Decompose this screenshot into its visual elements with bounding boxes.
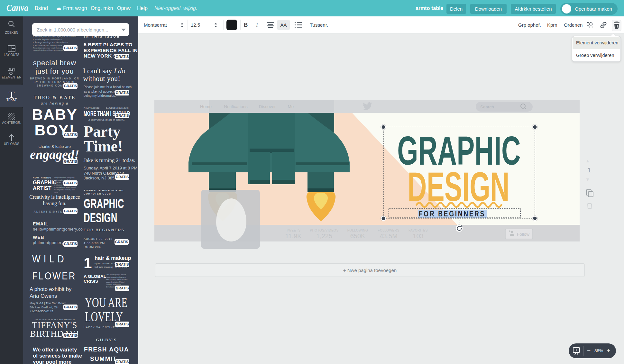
svg-text:Follow: Follow — [517, 232, 529, 237]
svg-text:FOR BEGINNERS: FOR BEGINNERS — [419, 210, 485, 218]
svg-text:FOLLOWING: FOLLOWING — [347, 229, 368, 232]
svg-text:1,225: 1,225 — [316, 232, 332, 240]
svg-text:43.5M: 43.5M — [380, 232, 398, 240]
svg-text:Notifications: Notifications — [224, 104, 248, 109]
svg-text:Home: Home — [200, 104, 212, 109]
svg-text:650K: 650K — [350, 232, 365, 240]
svg-text:Me: Me — [288, 104, 294, 109]
svg-text:103: 103 — [413, 232, 423, 240]
svg-text:11.9K: 11.9K — [285, 232, 302, 240]
svg-text:FOLLOWERS: FOLLOWERS — [378, 229, 399, 232]
svg-text:FAVORITES: FAVORITES — [408, 229, 428, 232]
svg-text:TWEETS: TWEETS — [286, 229, 301, 232]
svg-text:Discover: Discover — [259, 104, 276, 109]
svg-text:Search: Search — [480, 105, 494, 109]
svg-text:PHOTOS/VIDEOS: PHOTOS/VIDEOS — [310, 229, 338, 232]
